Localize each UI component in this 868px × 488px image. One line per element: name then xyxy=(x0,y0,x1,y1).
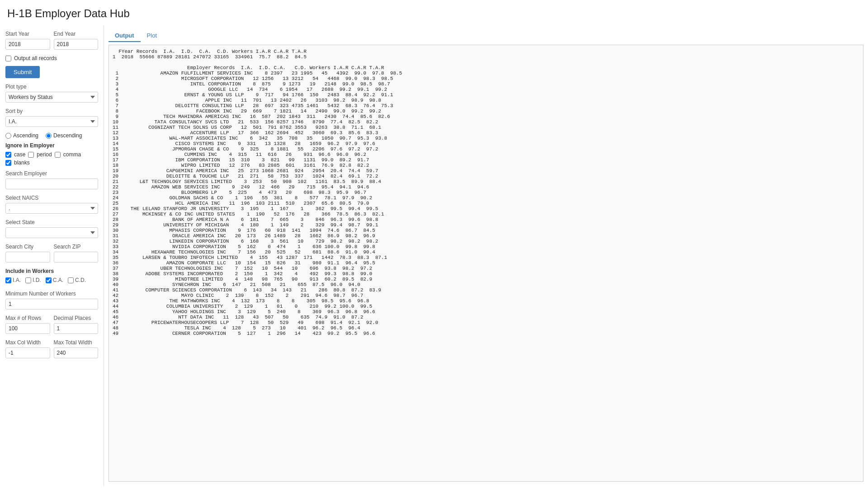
include-id-label[interactable]: I.D. xyxy=(25,277,41,283)
max-rows-input[interactable] xyxy=(5,323,50,334)
descending-radio[interactable] xyxy=(46,133,52,139)
min-workers-input[interactable] xyxy=(5,299,98,310)
search-city-input[interactable] xyxy=(5,252,50,263)
descending-radio-label[interactable]: Descending xyxy=(46,132,82,139)
end-year-label: End Year xyxy=(54,31,99,37)
include-cd-checkbox[interactable] xyxy=(68,277,74,283)
ignore-period-checkbox[interactable] xyxy=(28,152,34,158)
include-cd-label[interactable]: C.D. xyxy=(68,277,86,283)
include-ia-label[interactable]: I.A. xyxy=(5,277,21,283)
decimal-places-input[interactable] xyxy=(54,323,99,334)
tab-bar: Output Plot xyxy=(108,30,863,42)
output-all-label: Output all records xyxy=(14,55,57,61)
max-col-width-input[interactable] xyxy=(5,347,50,358)
ascending-radio[interactable] xyxy=(5,133,11,139)
select-state-label: Select State xyxy=(5,219,98,225)
end-year-input[interactable] xyxy=(54,39,99,50)
ignore-comma-label: comma xyxy=(63,151,81,158)
search-employer-input[interactable] xyxy=(5,178,98,189)
max-rows-label: Max # of Rows xyxy=(5,315,50,321)
search-employer-label: Search Employer xyxy=(5,170,98,177)
select-naics-label: Select NAICS xyxy=(5,195,98,201)
sidebar: Start Year End Year Output all records S… xyxy=(0,25,104,486)
ignore-case-label: case xyxy=(14,151,25,158)
max-total-width-input[interactable] xyxy=(54,347,99,358)
max-col-width-label: Max Col Width xyxy=(5,339,50,346)
include-ia-checkbox[interactable] xyxy=(5,277,11,283)
ignore-label: Ignore in Employer xyxy=(5,142,98,149)
main-content: Output Plot FYear Records I.A. I.D. C.A.… xyxy=(104,25,868,486)
output-area[interactable]: FYear Records I.A. I.D. C.A. C.D. Worker… xyxy=(108,45,863,482)
ignore-blanks-checkbox[interactable] xyxy=(5,160,11,166)
output-all-checkbox[interactable] xyxy=(5,56,11,61)
app-title: H-1B Employer Data Hub xyxy=(0,0,868,25)
decimal-places-label: Decimal Places xyxy=(54,315,99,321)
plot-type-select[interactable]: Workers by Status Workers by Year Approv… xyxy=(5,92,98,103)
tab-output[interactable]: Output xyxy=(108,30,141,42)
ignore-period-label: period xyxy=(37,151,52,158)
min-workers-label: Minimum Number of Workers xyxy=(5,291,98,297)
start-year-input[interactable] xyxy=(5,39,50,50)
include-workers-label: Include in Workers xyxy=(5,268,98,274)
submit-button[interactable]: Submit xyxy=(5,66,40,78)
include-ca-checkbox[interactable] xyxy=(46,277,52,283)
search-zip-label: Search ZIP xyxy=(54,244,99,250)
start-year-label: Start Year xyxy=(5,31,50,37)
ignore-comma-checkbox[interactable] xyxy=(55,152,61,158)
sort-by-label: Sort by xyxy=(5,108,98,114)
ascending-radio-label[interactable]: Ascending xyxy=(5,132,38,139)
search-city-label: Search City xyxy=(5,244,50,250)
plot-type-label: Plot type xyxy=(5,84,98,90)
search-zip-input[interactable] xyxy=(54,252,99,263)
tab-plot[interactable]: Plot xyxy=(141,30,163,42)
include-ca-label[interactable]: C.A. xyxy=(46,277,63,283)
ignore-case-checkbox[interactable] xyxy=(5,152,11,158)
ignore-blanks-label: blanks xyxy=(14,160,30,166)
include-id-checkbox[interactable] xyxy=(25,277,31,283)
sort-by-select[interactable]: I.A. I.D. C.A. C.D. Workers I.A.R C.A.R … xyxy=(5,116,98,127)
select-state-select[interactable]: CA NY TX WA xyxy=(5,227,98,238)
max-total-width-label: Max Total Width xyxy=(54,339,99,346)
select-naics-select[interactable]: . xyxy=(5,203,98,214)
